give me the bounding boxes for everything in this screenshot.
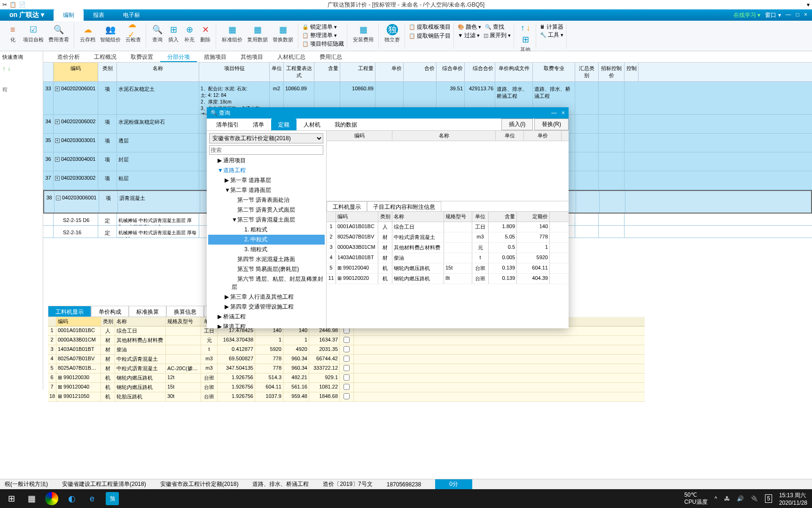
ribbon-smartprice[interactable]: 👥智能组价 <box>98 23 123 44</box>
expand-icon[interactable]: + <box>55 176 60 181</box>
row-checkbox[interactable] <box>344 374 350 381</box>
taskview-icon[interactable]: ▦ <box>25 492 38 505</box>
tree-item[interactable]: ▶第一章 道路基层 <box>208 175 325 185</box>
detail-grid[interactable]: 编码 类别 名称 规格型号 单位 含量 定额价 1 0001A01B01BC 人… <box>327 212 569 284</box>
bottom-row[interactable]: 2 0000A33B01CM 材 其他材料费占材料费 元 1634.370438… <box>48 336 645 345</box>
detail-row[interactable]: 1 0001A01B01BC 人 综合工日 工日 1.809 140 <box>327 222 569 232</box>
tree-item[interactable]: ▶通用项目 <box>208 156 325 166</box>
detail-row[interactable]: 3 0000A33B01CM 材 其他材料费占材料费 元 0.5 1 <box>327 243 569 253</box>
tab-breakdown[interactable]: 分部分项 <box>160 51 197 62</box>
dialog-close-icon[interactable]: × <box>562 110 565 116</box>
tree-expand-icon[interactable]: ▼ <box>232 216 237 223</box>
tray-battery-icon[interactable]: 🔌 <box>751 495 758 502</box>
tree-expand-icon[interactable]: ▶ <box>218 313 223 320</box>
detail-row[interactable]: 2 8025A07B01BV 材 中粒式沥青混凝土 m3 5.05 778 <box>327 232 569 243</box>
insert-button[interactable]: 插入(I) <box>501 119 533 130</box>
tree-item[interactable]: 3. 细粒式 <box>208 245 325 254</box>
ribbon-filter[interactable]: ▼ 过滤 ▾ <box>458 32 480 40</box>
bottom-row[interactable]: 6 ⊞ 990120030 机 钢轮内燃压路机 12t 台班 1.926756 … <box>48 373 645 383</box>
tab-other[interactable]: 其他项目 <box>234 51 270 62</box>
btm-tab-conv[interactable]: 换算信息 <box>166 306 204 317</box>
ribbon-reuse[interactable]: ▦复用数据 <box>245 23 270 44</box>
edge-icon[interactable]: e <box>86 492 99 505</box>
row-checkbox[interactable] <box>344 393 350 399</box>
side-item[interactable]: 程 <box>2 86 40 93</box>
bottom-row[interactable]: 3 1403A01B01BT 材 柴油 t 0.412877 5920 4920… <box>48 345 645 355</box>
ribbon-indep[interactable]: 独独立赛 <box>383 23 402 44</box>
up-arrow-icon[interactable]: ↑ <box>2 65 5 72</box>
expand-icon[interactable]: + <box>55 119 60 124</box>
paste-icon[interactable]: 📄 <box>19 1 26 8</box>
tree-item[interactable]: ▶隧道工程 <box>208 322 325 328</box>
tab-overview[interactable]: 工程概况 <box>87 51 124 62</box>
tree-expand-icon[interactable]: ▶ <box>225 303 230 310</box>
minimize-icon[interactable]: ▾ <box>807 1 810 8</box>
tab-cost-summary[interactable]: 费用汇总 <box>312 51 349 62</box>
tab-measures[interactable]: 措施项目 <box>197 51 234 62</box>
tray-up-icon[interactable]: ^ <box>715 495 718 502</box>
res-tab-content[interactable]: 子目工程内容和附注信息 <box>367 201 441 211</box>
cut-icon[interactable]: ✂ <box>2 1 7 8</box>
app1-icon[interactable] <box>45 492 58 505</box>
dialog-min-icon[interactable]: — <box>551 110 557 116</box>
quota-combo[interactable]: 安徽省市政工程计价定额(2018) <box>209 133 323 143</box>
dlg-tab-mydata[interactable]: 我的数据 <box>328 119 364 130</box>
clock[interactable]: 15:13 周六2020/11/28 <box>779 492 807 506</box>
window-menu[interactable]: 窗口 ▾ <box>765 11 781 19</box>
ribbon-selfcheck[interactable]: ☑项目自检 <box>21 23 46 44</box>
bottom-row[interactable]: 5 8025A07B01B… 材 中粒式沥青混凝土 AC-20C(掺… m3 3… <box>48 364 645 373</box>
ribbon-hua[interactable]: ≡化 <box>5 23 20 44</box>
res-tab-display[interactable]: 工料机显示 <box>327 201 367 211</box>
ribbon-organize[interactable]: 📋 整理清单 ▾ <box>302 32 344 40</box>
tree-expand-icon[interactable]: ▶ <box>218 323 223 328</box>
ribbon-up[interactable]: ↑ <box>521 23 525 33</box>
tree-item[interactable]: 第六节 透层、粘层、封层及稀浆封层 <box>208 274 325 292</box>
online-learn[interactable]: 在线学习 ▾ <box>734 11 760 19</box>
bottom-row[interactable]: 4 8025A07B01BV 材 中粒式沥青混凝土 m3 69.500827 7… <box>48 355 645 364</box>
tree-expand-icon[interactable]: ▼ <box>225 187 230 193</box>
btm-tab-display[interactable]: 工料机显示 <box>48 306 91 317</box>
detail-row[interactable]: 5 ⊞ 990120040 机 钢轮内燃压路机 15t 台班 0.139 604… <box>327 263 569 274</box>
ribbon-color[interactable]: 🎨 颜色 ▾ <box>458 23 481 31</box>
close-icon[interactable]: × <box>804 11 807 19</box>
tray-vol-icon[interactable]: 🔊 <box>737 495 744 502</box>
tree-expand-icon[interactable]: ▶ <box>225 294 230 300</box>
max-icon[interactable]: □ <box>796 11 799 19</box>
expand-icon[interactable]: + <box>55 138 60 143</box>
tree-item[interactable]: ▶桥涵工程 <box>208 312 325 322</box>
start-icon[interactable]: ⊞ <box>5 492 18 505</box>
dlg-tab-quota[interactable]: 定额 <box>271 119 297 130</box>
btm-tab-price[interactable]: 单价构成 <box>91 306 129 317</box>
tree-item[interactable]: ▼道路工程 <box>208 166 325 175</box>
tab-fee-settings[interactable]: 取费设置 <box>124 51 160 62</box>
ribbon-delete[interactable]: ✕删除 <box>198 23 213 44</box>
tree-item[interactable]: ▶第三章 人行道及其他工程 <box>208 292 325 302</box>
temp-widget[interactable]: 50℃CPU温度 <box>684 492 707 506</box>
ribbon-tools[interactable]: 🔧 工具 ▾ <box>540 31 563 39</box>
tree-search-input[interactable] <box>209 145 323 155</box>
app-running-icon[interactable]: 预 <box>106 492 119 505</box>
ribbon-calc[interactable]: 🖩 计算器 <box>540 23 563 31</box>
ribbon-insert[interactable]: ⊞插入 <box>166 23 181 44</box>
tree-panel[interactable]: 安徽省市政工程计价定额(2018) ▶通用项目▼道路工程▶第一章 道路基层▼第二… <box>207 131 327 328</box>
ribbon-replace[interactable]: ▦替换数据 <box>271 23 295 44</box>
row-checkbox[interactable] <box>344 346 350 352</box>
tree-item[interactable]: 第一节 沥青表面处治 <box>208 195 325 205</box>
tree-item[interactable]: ▶第四章 交通管理设施工程 <box>208 302 325 312</box>
bottom-row[interactable]: 18 ⊞ 990121050 机 轮胎压路机 30t 台班 1.926756 1… <box>48 392 645 402</box>
copy-icon[interactable]: 📋 <box>9 1 16 8</box>
tab-cost-analysis[interactable]: 造价分析 <box>50 51 87 62</box>
tree-expand-icon[interactable]: ▼ <box>218 167 223 174</box>
row-checkbox[interactable] <box>344 365 350 371</box>
expand-icon[interactable]: − <box>56 196 61 200</box>
dlg-tab-guide[interactable]: 清单指引 <box>209 119 246 130</box>
ribbon-down[interactable]: ↓ <box>526 23 531 33</box>
tree-item[interactable]: 2. 中粒式 <box>208 235 325 245</box>
down-arrow-icon[interactable]: ↓ <box>8 65 10 72</box>
row-checkbox[interactable] <box>344 384 350 390</box>
dialog-titlebar[interactable]: 🔍 查询 — × <box>207 107 569 119</box>
ribbon-stdprice[interactable]: ▦标准组价 <box>220 23 244 44</box>
status-score[interactable]: 0分 <box>435 479 472 489</box>
tree-item[interactable]: 第二节 沥青贯入式面层 <box>208 205 325 215</box>
dlg-tab-material[interactable]: 人材机 <box>297 119 328 130</box>
